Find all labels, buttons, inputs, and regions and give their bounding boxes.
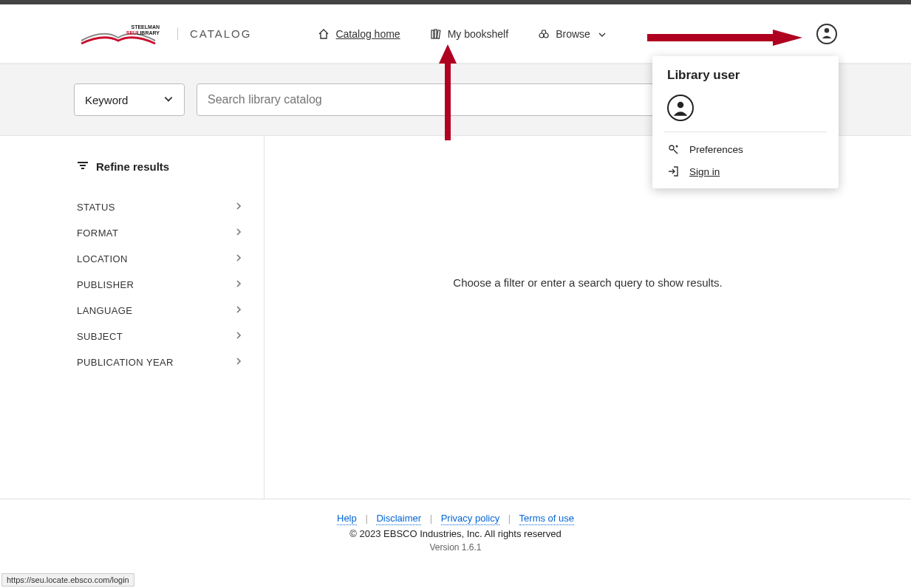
menu-label: Preferences — [689, 144, 743, 155]
popover-title: Library user — [652, 68, 839, 92]
catalog-label: CATALOG — [177, 27, 251, 40]
menu-label: Sign in — [689, 166, 720, 177]
nav-my-bookshelf[interactable]: My bookshelf — [430, 28, 508, 40]
home-icon — [318, 28, 330, 40]
chevron-down-icon — [598, 30, 607, 38]
facet-label: PUBLICATION YEAR — [77, 357, 174, 368]
nav-label: My bookshelf — [448, 28, 508, 40]
menu-sign-in[interactable]: Sign in — [652, 160, 839, 182]
facet-label: LANGUAGE — [77, 305, 132, 316]
footer-link-terms[interactable]: Terms of use — [519, 513, 574, 525]
refine-label: Refine results — [96, 160, 169, 173]
svg-rect-10 — [81, 168, 84, 169]
chevron-right-icon — [234, 357, 243, 368]
footer-version: Version 1.6.1 — [0, 542, 911, 553]
svg-point-6 — [544, 33, 548, 38]
svg-rect-2 — [431, 30, 434, 38]
facet-language[interactable]: LANGUAGE — [77, 298, 246, 324]
facet-publication-year[interactable]: PUBLICATION YEAR — [77, 349, 246, 375]
svg-rect-8 — [78, 162, 88, 163]
sign-in-icon — [667, 165, 679, 177]
chevron-right-icon — [234, 228, 243, 239]
chevron-right-icon — [234, 253, 243, 264]
chevron-right-icon — [234, 305, 243, 316]
preferences-icon — [667, 143, 679, 155]
facet-location[interactable]: LOCATION — [77, 246, 246, 272]
select-value: Keyword — [85, 94, 128, 106]
svg-text:STEELMAN: STEELMAN — [132, 24, 160, 30]
status-url-preview: https://seu.locate.ebsco.com/login — [1, 573, 134, 587]
svg-rect-9 — [80, 165, 86, 166]
facet-label: PUBLISHER — [77, 279, 134, 290]
filters-sidebar: Refine results STATUS FORMAT LOCATION PU… — [0, 136, 265, 499]
facet-subject[interactable]: SUBJECT — [77, 324, 246, 349]
svg-rect-3 — [434, 30, 437, 38]
footer-link-help[interactable]: Help — [337, 513, 357, 525]
site-header: STEELMAN SEULIBRARY CATALOG Catalog home… — [0, 4, 911, 64]
chevron-right-icon — [234, 331, 243, 342]
nav-browse[interactable]: Browse — [538, 28, 607, 40]
footer-links: Help | Disclaimer | Privacy policy | Ter… — [0, 513, 911, 524]
user-icon — [820, 26, 833, 42]
facet-label: FORMAT — [77, 228, 118, 239]
chevron-down-icon — [163, 94, 174, 106]
menu-preferences[interactable]: Preferences — [652, 138, 839, 160]
svg-point-11 — [678, 102, 684, 109]
nav-label: Catalog home — [335, 28, 400, 40]
user-menu-popover: Library user Preferences Sign in — [652, 56, 839, 188]
svg-point-13 — [676, 146, 678, 148]
popover-avatar — [667, 95, 694, 121]
facet-label: SUBJECT — [77, 331, 123, 342]
refine-results-heading: Refine results — [77, 160, 246, 174]
nav-catalog-home[interactable]: Catalog home — [318, 28, 400, 40]
facet-label: LOCATION — [77, 253, 128, 264]
logo-graphic: STEELMAN SEULIBRARY — [74, 21, 163, 47]
main-content: Refine results STATUS FORMAT LOCATION PU… — [0, 136, 911, 499]
user-account-button[interactable] — [816, 24, 837, 44]
svg-rect-4 — [437, 30, 440, 38]
chevron-right-icon — [234, 279, 243, 290]
site-logo[interactable]: STEELMAN SEULIBRARY CATALOG — [74, 21, 251, 47]
svg-text:SEULIBRARY: SEULIBRARY — [126, 30, 160, 35]
search-type-select[interactable]: Keyword — [74, 83, 185, 116]
svg-point-12 — [669, 146, 674, 150]
binoculars-icon — [538, 28, 550, 40]
footer-copyright: © 2023 EBSCO Industries, Inc. All rights… — [0, 528, 911, 539]
divider — [664, 131, 827, 132]
footer-link-disclaimer[interactable]: Disclaimer — [376, 513, 421, 525]
svg-point-5 — [539, 33, 544, 38]
empty-results-message: Choose a filter or enter a search query … — [453, 276, 722, 289]
facet-label: STATUS — [77, 202, 115, 213]
nav-label: Browse — [556, 28, 590, 40]
chevron-right-icon — [234, 202, 243, 213]
site-footer: Help | Disclaimer | Privacy policy | Ter… — [0, 499, 911, 566]
facet-status[interactable]: STATUS — [77, 194, 246, 220]
filter-icon — [77, 160, 89, 174]
primary-nav: Catalog home My bookshelf Browse — [318, 28, 606, 40]
books-icon — [430, 28, 442, 40]
footer-link-privacy[interactable]: Privacy policy — [441, 513, 499, 525]
svg-point-7 — [825, 28, 829, 33]
results-panel: Choose a filter or enter a search query … — [265, 136, 911, 499]
facet-format[interactable]: FORMAT — [77, 220, 246, 246]
facet-publisher[interactable]: PUBLISHER — [77, 272, 246, 298]
